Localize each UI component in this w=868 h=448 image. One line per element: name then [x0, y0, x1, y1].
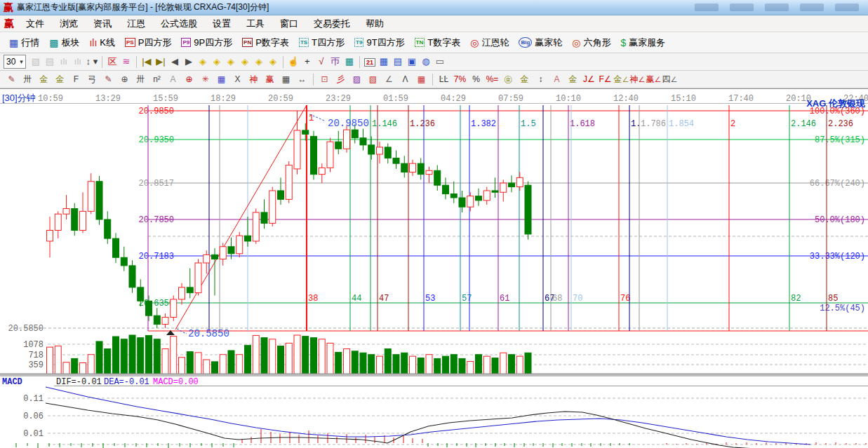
blue-grid-icon[interactable]: ▦	[213, 72, 229, 86]
menu-item-9[interactable]: 帮助	[358, 18, 392, 30]
grid-123-icon[interactable]: ▦	[278, 72, 294, 86]
9p-square-button[interactable]: P99P四方形	[176, 36, 237, 49]
prev-bar-icon[interactable]: ◀	[168, 55, 182, 69]
angle-a-icon[interactable]: A	[165, 72, 181, 86]
expand-h-icon[interactable]: ◈	[224, 55, 238, 69]
comb2-icon[interactable]: 卅	[133, 72, 149, 86]
width-tool-icon[interactable]: ↔	[294, 72, 310, 86]
n-square-icon[interactable]: n²	[149, 72, 165, 86]
f-grid-icon[interactable]: F	[68, 72, 84, 86]
calendar-icon[interactable]: 21	[363, 55, 377, 69]
market-quotes-button[interactable]: ▦行情	[4, 36, 44, 49]
hand-tool-icon[interactable]: ☝	[286, 55, 300, 69]
win-blob-5[interactable]	[835, 4, 859, 11]
shen-angle-icon[interactable]: 神∠	[629, 72, 646, 86]
winner-service-button[interactable]: $赢家服务	[616, 36, 671, 49]
win-blob-3[interactable]	[765, 4, 789, 11]
red-grid-icon[interactable]: ▧	[365, 72, 381, 86]
percent-eq-icon[interactable]: %=	[484, 72, 500, 86]
spiral-icon[interactable]: 弓	[84, 72, 100, 86]
candle-style-icon[interactable]: ↕ ▾	[85, 55, 99, 69]
menu-item-4[interactable]: 公式选股	[153, 18, 205, 30]
gold-grid-icon[interactable]: 金	[36, 72, 52, 86]
region-select-icon[interactable]: 区	[105, 55, 119, 69]
bars3-disabled-icon[interactable]: ılı	[57, 55, 71, 69]
shift-right-icon[interactable]: ◈	[210, 55, 224, 69]
notepad-icon[interactable]: ▤	[391, 55, 405, 69]
percent-line-icon[interactable]: 7%	[452, 72, 468, 86]
browser-icon[interactable]: ◍	[419, 55, 433, 69]
menu-item-7[interactable]: 窗口	[272, 18, 306, 30]
f-angle-icon[interactable]: F∠	[597, 72, 613, 86]
ying-tool-icon[interactable]: 赢	[262, 72, 278, 86]
wave-icon[interactable]: Ʌ	[397, 72, 413, 86]
probe-icon[interactable]: √	[314, 55, 328, 69]
gold-grid2-icon[interactable]: 金	[52, 72, 68, 86]
win-blob-2[interactable]	[730, 4, 754, 11]
t-number-table-button[interactable]: TNT数字表	[410, 36, 466, 49]
x-tool-icon[interactable]: X	[229, 72, 246, 86]
print-icon[interactable]: ▭	[433, 55, 447, 69]
last-bar-icon[interactable]: ▶|	[154, 55, 168, 69]
next-bar-icon[interactable]: ▶	[182, 55, 196, 69]
fan-a-icon[interactable]: A	[549, 72, 565, 86]
rays-icon[interactable]: 彡	[333, 72, 349, 86]
calculator-icon[interactable]: ▦	[377, 55, 391, 69]
p-number-table-button[interactable]: PNP数字表	[237, 36, 294, 49]
note-disabled-icon[interactable]: ▤	[43, 55, 57, 69]
menu-item-1[interactable]: 浏览	[52, 18, 86, 30]
main-chart[interactable]: 10:5913:2915:5918:2920:5923:2901:5904:29…	[0, 88, 868, 448]
marker-pen-icon[interactable]: ✎	[100, 72, 116, 86]
rays2-icon[interactable]: ∠	[381, 72, 397, 86]
red-grid2-icon[interactable]: ▦	[413, 72, 429, 86]
circle-target-icon[interactable]: ⊕	[116, 72, 133, 86]
compress-all-icon[interactable]: ◈	[266, 55, 280, 69]
shift-left-icon[interactable]: ◈	[196, 55, 210, 69]
interval-dropdown[interactable]: 30 ▾	[4, 55, 26, 69]
v-pen-icon[interactable]: ↕	[533, 72, 549, 86]
menu-item-5[interactable]: 设置	[205, 18, 239, 30]
menu-item-6[interactable]: 工具	[239, 18, 272, 30]
pattern-disabled-icon[interactable]: ▧	[29, 55, 43, 69]
si-angle-icon[interactable]: 四∠	[662, 72, 678, 86]
maze-tool-icon[interactable]: ▦	[342, 55, 356, 69]
winner-wheel-button[interactable]: Big赢家轮	[514, 36, 567, 49]
menu-item-8[interactable]: 交易委托	[306, 18, 358, 30]
percent-icon[interactable]: %	[468, 72, 484, 86]
j-angle-icon[interactable]: J∠	[581, 72, 597, 86]
shen-tool-icon[interactable]: 神	[246, 72, 262, 86]
first-bar-icon[interactable]: |◀	[140, 55, 154, 69]
gold-bar-icon[interactable]: 金	[516, 72, 533, 86]
gann-comb-icon[interactable]: 卅	[20, 72, 36, 86]
9t-square-button[interactable]: T99T四方形	[349, 36, 410, 49]
win-blob-4[interactable]	[800, 4, 824, 11]
bars9-disabled-icon[interactable]: ılı	[71, 55, 85, 69]
toolbar-separator	[313, 74, 314, 86]
compress-h-icon[interactable]: ◈	[238, 55, 252, 69]
star-web-icon[interactable]: ✳	[197, 72, 213, 86]
gold-line-icon[interactable]: 金	[565, 72, 581, 86]
purple-grid-icon[interactable]: ▨	[349, 72, 365, 86]
gold-circle-icon[interactable]: ㊎	[500, 72, 516, 86]
gann-wheel-button[interactable]: ◎江恩轮	[465, 36, 514, 49]
pen-tool-icon[interactable]: ✎	[4, 72, 20, 86]
p-square-button[interactable]: PSP四方形	[120, 36, 176, 49]
kline-button[interactable]: ılıK线	[84, 36, 120, 49]
color-bars-icon[interactable]: ≋	[119, 55, 133, 69]
red-target-icon[interactable]: ⊕	[181, 72, 197, 86]
gold-angle-icon[interactable]: 金∠	[613, 72, 629, 86]
crosshair-icon[interactable]: +	[300, 55, 314, 69]
hexagon-button[interactable]: ◎六角形	[567, 36, 615, 49]
t-square-button[interactable]: TST四方形	[294, 36, 349, 49]
save-disk-icon[interactable]: ▣	[405, 55, 419, 69]
menu-item-0[interactable]: 文件	[18, 18, 52, 30]
ying-angle-icon[interactable]: 赢∠	[646, 72, 662, 86]
knot-tool-icon[interactable]: 帀	[328, 55, 342, 69]
sectors-button[interactable]: ▩板块	[44, 36, 84, 49]
compress-v-icon[interactable]: ◈	[252, 55, 266, 69]
price-scale-icon[interactable]: ĿĿ	[436, 72, 452, 86]
menu-item-2[interactable]: 资讯	[86, 18, 119, 30]
win-blob-1[interactable]	[695, 4, 719, 11]
box-plus-icon[interactable]: ⊡	[316, 72, 333, 86]
menu-item-3[interactable]: 江恩	[119, 18, 153, 30]
